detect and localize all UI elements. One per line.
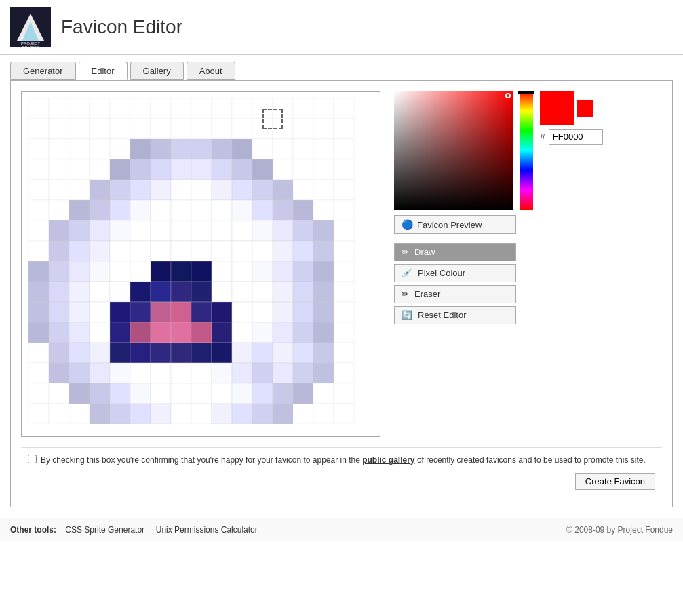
color-preview-area: # — [540, 91, 603, 145]
app-title: Favicon Editor — [61, 16, 182, 38]
tab-generator[interactable]: Generator — [10, 62, 76, 80]
gallery-checkbox-row: By checking this box you're confirming t… — [28, 455, 655, 466]
draw-label: Draw — [414, 247, 435, 257]
logo: PROJECT FONDUE — [10, 7, 51, 47]
reset-label: Reset Editor — [418, 310, 467, 320]
gallery-text: By checking this box you're confirming t… — [41, 455, 646, 466]
other-tools-label: Other tools: — [10, 525, 56, 535]
reset-icon: 🔄 — [402, 310, 412, 320]
main-content: # 🔵 Favicon Preview ✏ Draw 💉 Pixel Col — [10, 80, 673, 507]
favicon-preview-label: Favicon Preview — [417, 220, 482, 230]
color-gradient[interactable] — [394, 91, 513, 210]
footer-separator — [148, 525, 153, 535]
primary-swatch[interactable] — [540, 91, 574, 125]
canvas-container[interactable] — [21, 91, 380, 437]
gradient-handle — [505, 93, 511, 98]
favicon-preview-icon: 🔵 — [402, 219, 413, 230]
color-swatches — [540, 91, 603, 125]
tools-section: ✏ Draw 💉 Pixel Colour ✏ Eraser 🔄 Reset E… — [394, 243, 662, 324]
secondary-swatch[interactable] — [577, 100, 593, 117]
draw-icon: ✏ — [402, 247, 409, 257]
copyright: © 2008-09 by Project Fondue — [566, 525, 673, 535]
editor-area: # 🔵 Favicon Preview ✏ Draw 💉 Pixel Col — [21, 91, 662, 437]
pixel-colour-tool-button[interactable]: 💉 Pixel Colour — [394, 264, 516, 282]
svg-text:FONDUE: FONDUE — [22, 45, 39, 47]
favicon-preview-button[interactable]: 🔵 Favicon Preview — [394, 215, 516, 234]
other-tools-section: Other tools: CSS Sprite Generator Unix P… — [10, 525, 258, 535]
hex-input[interactable] — [549, 129, 603, 145]
hash-symbol: # — [540, 132, 545, 142]
unix-permissions-link[interactable]: Unix Permissions Calculator — [156, 525, 258, 535]
tabs-bar: Generator Editor Gallery About — [0, 55, 683, 80]
tab-editor[interactable]: Editor — [79, 62, 128, 80]
tab-about[interactable]: About — [187, 62, 235, 80]
tab-gallery[interactable]: Gallery — [130, 62, 184, 80]
bottom-section: By checking this box you're confirming t… — [21, 447, 662, 497]
reset-editor-button[interactable]: 🔄 Reset Editor — [394, 306, 516, 324]
gallery-text-after: of recently created favicons and to be u… — [417, 455, 646, 465]
color-hex-row: # — [540, 129, 603, 145]
hue-slider[interactable] — [520, 91, 533, 210]
header: PROJECT FONDUE Favicon Editor — [0, 0, 683, 55]
gallery-checkbox[interactable] — [28, 455, 37, 463]
create-favicon-button[interactable]: Create Favicon — [575, 473, 655, 490]
gallery-link[interactable]: public gallery — [362, 455, 414, 465]
eraser-label: Eraser — [414, 289, 440, 299]
footer: Other tools: CSS Sprite Generator Unix P… — [0, 518, 683, 541]
eraser-tool-button[interactable]: ✏ Eraser — [394, 285, 516, 303]
pixel-colour-label: Pixel Colour — [418, 268, 465, 278]
css-sprite-generator-link[interactable]: CSS Sprite Generator — [65, 525, 144, 535]
hue-slider-container[interactable] — [520, 91, 533, 210]
eraser-icon: ✏ — [402, 289, 409, 299]
draw-tool-button[interactable]: ✏ Draw — [394, 243, 516, 261]
gallery-text-before: By checking this box you're confirming t… — [41, 455, 360, 465]
color-picker-area: # — [394, 91, 662, 210]
pixel-colour-icon: 💉 — [402, 268, 412, 278]
pixel-canvas[interactable] — [22, 92, 368, 424]
right-panel: # 🔵 Favicon Preview ✏ Draw 💉 Pixel Col — [394, 91, 662, 437]
